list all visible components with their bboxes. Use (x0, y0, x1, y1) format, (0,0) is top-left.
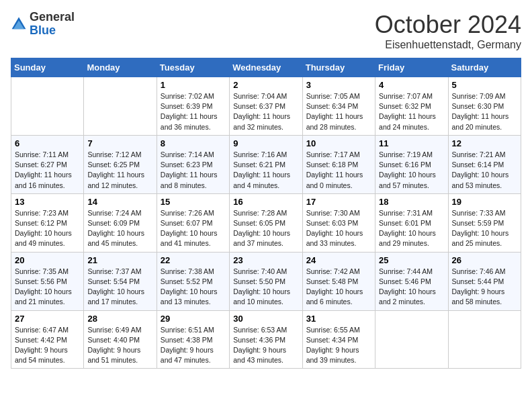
day-detail: Sunrise: 7:19 AM Sunset: 6:16 PM Dayligh… (379, 150, 444, 191)
day-number: 7 (87, 138, 152, 148)
day-number: 22 (161, 255, 226, 265)
month-title: October 2024 (375, 11, 521, 39)
day-detail: Sunrise: 7:11 AM Sunset: 6:27 PM Dayligh… (15, 150, 80, 191)
title-area: October 2024 Eisenhuettenstadt, Germany (375, 11, 521, 51)
calendar-week-row: 13Sunrise: 7:23 AM Sunset: 6:12 PM Dayli… (11, 193, 521, 252)
calendar-day-cell (448, 310, 521, 369)
calendar-day-cell: 8Sunrise: 7:14 AM Sunset: 6:23 PM Daylig… (157, 135, 229, 193)
calendar-day-header: Saturday (448, 58, 521, 77)
calendar-week-row: 6Sunrise: 7:11 AM Sunset: 6:27 PM Daylig… (11, 135, 521, 193)
day-detail: Sunrise: 7:09 AM Sunset: 6:30 PM Dayligh… (452, 91, 517, 132)
day-number: 14 (87, 197, 152, 207)
calendar-day-cell: 26Sunrise: 7:46 AM Sunset: 5:44 PM Dayli… (448, 252, 521, 310)
calendar-day-cell (84, 77, 157, 136)
calendar-body: 1Sunrise: 7:02 AM Sunset: 6:39 PM Daylig… (11, 77, 521, 369)
calendar-day-cell: 3Sunrise: 7:05 AM Sunset: 6:34 PM Daylig… (302, 77, 375, 136)
calendar-day-cell: 7Sunrise: 7:12 AM Sunset: 6:25 PM Daylig… (84, 135, 157, 193)
day-number: 10 (306, 138, 371, 148)
calendar-day-cell: 31Sunrise: 6:55 AM Sunset: 4:34 PM Dayli… (302, 310, 375, 369)
day-number: 25 (379, 255, 444, 265)
day-number: 24 (306, 255, 371, 265)
day-detail: Sunrise: 7:37 AM Sunset: 5:54 PM Dayligh… (87, 267, 152, 308)
day-detail: Sunrise: 7:21 AM Sunset: 6:14 PM Dayligh… (452, 150, 517, 191)
day-detail: Sunrise: 7:05 AM Sunset: 6:34 PM Dayligh… (306, 91, 371, 132)
calendar-day-header: Sunday (11, 58, 84, 77)
day-detail: Sunrise: 7:23 AM Sunset: 6:12 PM Dayligh… (15, 208, 80, 249)
calendar-day-cell: 18Sunrise: 7:31 AM Sunset: 6:01 PM Dayli… (375, 193, 448, 252)
calendar-day-cell: 19Sunrise: 7:33 AM Sunset: 5:59 PM Dayli… (448, 193, 521, 252)
calendar-day-cell: 4Sunrise: 7:07 AM Sunset: 6:32 PM Daylig… (375, 77, 448, 136)
calendar-day-cell: 6Sunrise: 7:11 AM Sunset: 6:27 PM Daylig… (11, 135, 84, 193)
calendar-week-row: 20Sunrise: 7:35 AM Sunset: 5:56 PM Dayli… (11, 252, 521, 310)
calendar-day-cell: 9Sunrise: 7:16 AM Sunset: 6:21 PM Daylig… (230, 135, 302, 193)
day-number: 9 (233, 138, 298, 148)
calendar-day-cell: 29Sunrise: 6:51 AM Sunset: 4:38 PM Dayli… (157, 310, 229, 369)
calendar-day-cell (375, 310, 448, 369)
day-detail: Sunrise: 7:28 AM Sunset: 6:05 PM Dayligh… (233, 208, 298, 249)
calendar-day-cell: 11Sunrise: 7:19 AM Sunset: 6:16 PM Dayli… (375, 135, 448, 193)
day-detail: Sunrise: 7:44 AM Sunset: 5:46 PM Dayligh… (379, 267, 444, 308)
calendar-day-cell: 13Sunrise: 7:23 AM Sunset: 6:12 PM Dayli… (11, 193, 84, 252)
day-detail: Sunrise: 7:46 AM Sunset: 5:44 PM Dayligh… (452, 267, 517, 308)
calendar-day-cell (11, 77, 84, 136)
calendar-day-cell: 14Sunrise: 7:24 AM Sunset: 6:09 PM Dayli… (84, 193, 157, 252)
calendar-day-cell: 23Sunrise: 7:40 AM Sunset: 5:50 PM Dayli… (230, 252, 302, 310)
day-detail: Sunrise: 6:55 AM Sunset: 4:34 PM Dayligh… (306, 325, 371, 366)
day-number: 12 (452, 138, 517, 148)
day-detail: Sunrise: 7:16 AM Sunset: 6:21 PM Dayligh… (233, 150, 298, 191)
calendar-table: SundayMondayTuesdayWednesdayThursdayFrid… (11, 58, 521, 369)
calendar-day-header: Monday (84, 58, 157, 77)
day-number: 28 (87, 314, 152, 324)
calendar-day-cell: 27Sunrise: 6:47 AM Sunset: 4:42 PM Dayli… (11, 310, 84, 369)
day-number: 13 (15, 197, 80, 207)
day-detail: Sunrise: 6:53 AM Sunset: 4:36 PM Dayligh… (233, 325, 298, 366)
day-number: 17 (306, 197, 371, 207)
calendar-day-cell: 2Sunrise: 7:04 AM Sunset: 6:37 PM Daylig… (230, 77, 302, 136)
calendar-day-header: Thursday (302, 58, 375, 77)
day-number: 30 (233, 314, 298, 324)
day-number: 31 (306, 314, 371, 324)
day-number: 21 (87, 255, 152, 265)
day-detail: Sunrise: 7:07 AM Sunset: 6:32 PM Dayligh… (379, 91, 444, 132)
day-detail: Sunrise: 6:47 AM Sunset: 4:42 PM Dayligh… (15, 325, 80, 366)
day-detail: Sunrise: 7:40 AM Sunset: 5:50 PM Dayligh… (233, 267, 298, 308)
day-number: 4 (379, 80, 444, 90)
calendar-day-cell: 1Sunrise: 7:02 AM Sunset: 6:39 PM Daylig… (157, 77, 229, 136)
location-title: Eisenhuettenstadt, Germany (375, 39, 521, 51)
calendar-week-row: 1Sunrise: 7:02 AM Sunset: 6:39 PM Daylig… (11, 77, 521, 136)
day-detail: Sunrise: 7:14 AM Sunset: 6:23 PM Dayligh… (161, 150, 226, 191)
day-number: 26 (452, 255, 517, 265)
day-number: 8 (161, 138, 226, 148)
calendar-day-header: Friday (375, 58, 448, 77)
calendar-day-cell: 12Sunrise: 7:21 AM Sunset: 6:14 PM Dayli… (448, 135, 521, 193)
logo-general-text: General (30, 11, 75, 24)
day-number: 2 (233, 80, 298, 90)
day-detail: Sunrise: 7:17 AM Sunset: 6:18 PM Dayligh… (306, 150, 371, 191)
calendar-day-cell: 21Sunrise: 7:37 AM Sunset: 5:54 PM Dayli… (84, 252, 157, 310)
page-header: General Blue October 2024 Eisenhuettenst… (11, 11, 521, 51)
day-number: 20 (15, 255, 80, 265)
calendar-day-cell: 17Sunrise: 7:30 AM Sunset: 6:03 PM Dayli… (302, 193, 375, 252)
calendar-day-header: Wednesday (230, 58, 302, 77)
day-number: 1 (161, 80, 226, 90)
day-detail: Sunrise: 7:12 AM Sunset: 6:25 PM Dayligh… (87, 150, 152, 191)
calendar-day-header: Tuesday (157, 58, 229, 77)
calendar-day-cell: 16Sunrise: 7:28 AM Sunset: 6:05 PM Dayli… (230, 193, 302, 252)
day-detail: Sunrise: 6:49 AM Sunset: 4:40 PM Dayligh… (87, 325, 152, 366)
calendar-week-row: 27Sunrise: 6:47 AM Sunset: 4:42 PM Dayli… (11, 310, 521, 369)
calendar-day-cell: 25Sunrise: 7:44 AM Sunset: 5:46 PM Dayli… (375, 252, 448, 310)
day-detail: Sunrise: 7:30 AM Sunset: 6:03 PM Dayligh… (306, 208, 371, 249)
day-number: 6 (15, 138, 80, 148)
day-detail: Sunrise: 7:38 AM Sunset: 5:52 PM Dayligh… (161, 267, 226, 308)
day-number: 3 (306, 80, 371, 90)
day-number: 16 (233, 197, 298, 207)
calendar-day-cell: 15Sunrise: 7:26 AM Sunset: 6:07 PM Dayli… (157, 193, 229, 252)
calendar-day-cell: 24Sunrise: 7:42 AM Sunset: 5:48 PM Dayli… (302, 252, 375, 310)
logo-blue-text: Blue (30, 24, 75, 38)
day-number: 15 (161, 197, 226, 207)
day-detail: Sunrise: 7:26 AM Sunset: 6:07 PM Dayligh… (161, 208, 226, 249)
day-detail: Sunrise: 6:51 AM Sunset: 4:38 PM Dayligh… (161, 325, 226, 366)
day-detail: Sunrise: 7:24 AM Sunset: 6:09 PM Dayligh… (87, 208, 152, 249)
logo: General Blue (11, 11, 75, 38)
calendar-header-row: SundayMondayTuesdayWednesdayThursdayFrid… (11, 58, 521, 77)
